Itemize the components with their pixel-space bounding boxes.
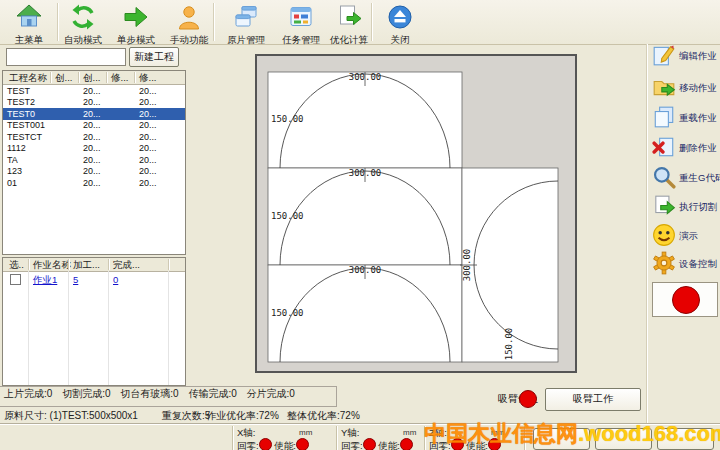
auto-mode-button[interactable]: 自动模式 — [55, 2, 111, 43]
main-menu-button[interactable]: 主菜单 — [1, 2, 57, 43]
eject-icon — [387, 4, 413, 30]
dim-height-label: 150.00 — [504, 328, 514, 361]
document-arrow-icon — [336, 4, 362, 30]
axis-home-label: 回零: — [237, 440, 259, 450]
axis-enable-label: 使能: — [378, 440, 400, 450]
sidebar-divider — [646, 44, 648, 450]
axis-unit-label: mm — [403, 428, 416, 437]
sidebar-device-control-button[interactable]: 设备控制 — [652, 249, 720, 279]
col-header: 修... — [111, 72, 128, 85]
toolbar-label: 优化计算 — [321, 34, 377, 47]
close-button[interactable]: 关闭 — [372, 2, 428, 43]
sidebar-label: 删除作业 — [679, 142, 717, 155]
material-status-bar: 原料尺寸: (1)TEST:500x500x1 重复次数:5 作业优化率:72%… — [0, 406, 720, 424]
axis-enable-label: 使能: — [274, 440, 296, 450]
project-row-selected[interactable]: TEST020...20... — [3, 108, 185, 120]
project-row[interactable]: TESTCT20...20... — [3, 131, 185, 143]
control-button-3[interactable] — [657, 428, 714, 450]
sheet-manage-button[interactable]: 原片管理 — [218, 2, 274, 43]
toolbar-label: 主菜单 — [1, 34, 57, 47]
col-header: 修... — [139, 72, 156, 85]
step-mode-icon — [123, 4, 149, 30]
document-arrow-icon — [652, 194, 676, 218]
dim-width-label: 300.00 — [462, 249, 472, 282]
step-mode-button[interactable]: 单步模式 — [108, 2, 164, 43]
home-icon — [16, 4, 42, 30]
project-row[interactable]: TEST00120...20... — [3, 120, 185, 132]
y-axis-status: Y轴: mm 回零: 使能: — [341, 426, 437, 450]
sidebar-delete-job-button[interactable]: 删除作业 — [652, 133, 720, 163]
z-axis-status: Z轴: mm 回零: 使能: — [429, 426, 525, 450]
job-table: 选.. 作业名称 加工... 完成... 作业1 5 0 — [2, 257, 186, 386]
status-item: 切割完成:0 — [62, 388, 110, 399]
job-row: 作业1 5 0 — [3, 273, 185, 286]
col-header: 完成... — [113, 259, 140, 272]
machine-status-panel — [652, 282, 718, 317]
y-home-indicator — [363, 438, 376, 450]
sidebar-label: 执行切割 — [679, 201, 717, 214]
x-axis-status: X轴: mm 回零: 使能: — [237, 426, 333, 450]
toolbar-label: 关闭 — [372, 34, 428, 47]
project-name-input[interactable] — [6, 48, 126, 66]
x-enable-indicator — [296, 438, 309, 450]
toolbar-label: 手动功能 — [161, 34, 217, 47]
copy-documents-icon — [652, 105, 676, 129]
dim-height-label: 150.00 — [271, 114, 304, 124]
project-row[interactable]: 0120...20... — [3, 177, 185, 189]
project-row[interactable]: TEST220...20... — [3, 97, 185, 109]
manual-function-button[interactable]: 手动功能 — [161, 2, 217, 43]
optimize-calc-button[interactable]: 优化计算 — [321, 2, 377, 43]
axis-status-bar: X轴: mm 回零: 使能: Y轴: mm 回零: 使能: Z轴: mm 回零:… — [0, 424, 720, 450]
dim-height-label: 150.00 — [271, 308, 304, 318]
project-row[interactable]: 12320...20... — [3, 166, 185, 178]
job-done-link[interactable]: 0 — [113, 274, 118, 285]
col-header: 创... — [55, 72, 72, 85]
status-item: 分片完成:0 — [247, 388, 295, 399]
sidebar-label: 移动作业 — [679, 82, 717, 95]
smiley-icon — [652, 223, 676, 247]
control-button-2[interactable] — [595, 428, 652, 450]
toolbar-label: 单步模式 — [108, 34, 164, 47]
new-project-button[interactable]: 新建工程 — [129, 47, 179, 67]
job-table-header: 选.. 作业名称 加工... 完成... — [3, 258, 185, 272]
person-icon — [176, 4, 202, 30]
dim-width-label: 300.00 — [349, 265, 382, 275]
dim-width-label: 300.00 — [349, 72, 382, 82]
job-name-link[interactable]: 作业1 — [33, 274, 57, 287]
col-header: 创... — [83, 72, 100, 85]
status-item: 切台有玻璃:0 — [120, 388, 178, 399]
col-header: 选.. — [9, 259, 24, 272]
application-window: 主菜单 自动模式 单步模式 手动功能 原片管理 — [0, 0, 720, 450]
folder-arrow-icon — [652, 75, 676, 99]
project-row[interactable]: TEST20...20... — [3, 85, 185, 97]
process-status-bar: 上片完成:0 切割完成:0 切台有玻璃:0 传输完成:0 分片完成:0 — [0, 386, 337, 407]
col-header: 作业名称 — [33, 259, 71, 272]
axis-unit-label: mm — [299, 428, 312, 437]
sidebar-label: 演示 — [679, 230, 698, 243]
job-opt-rate-label: 作业优化率:72% — [206, 409, 279, 423]
main-toolbar: 主菜单 自动模式 单步模式 手动功能 原片管理 — [0, 0, 720, 45]
machine-status-indicator — [672, 286, 700, 314]
sidebar-move-job-button[interactable]: 移动作业 — [652, 73, 720, 103]
sidebar-execute-cut-button[interactable]: 执行切割 — [652, 192, 720, 222]
repeat-count-label: 重复次数:5 — [162, 409, 210, 423]
sidebar-demo-button[interactable]: 演示 — [652, 221, 720, 251]
sidebar-reload-job-button[interactable]: 重载作业 — [652, 103, 720, 133]
job-checkbox[interactable] — [10, 274, 21, 285]
edit-pencil-icon — [652, 43, 676, 67]
auto-mode-icon — [70, 4, 96, 30]
dim-height-label: 150.00 — [271, 211, 304, 221]
project-table-header: 工程名称 创... 创... 修... 修... — [3, 71, 185, 85]
project-row[interactable]: TA20...20... — [3, 154, 185, 166]
gear-icon — [652, 251, 676, 275]
z-home-indicator — [451, 438, 464, 450]
project-row[interactable]: 111220...20... — [3, 143, 185, 155]
control-button-1[interactable] — [533, 428, 590, 450]
status-item: 上片完成:0 — [4, 388, 52, 399]
sidebar-edit-job-button[interactable]: 编辑作业 — [652, 41, 720, 71]
x-home-indicator — [259, 438, 272, 450]
job-processed-link[interactable]: 5 — [73, 274, 78, 285]
sidebar-regen-gcode-button[interactable]: 重生G代码 — [652, 163, 720, 193]
delete-x-icon — [652, 135, 676, 159]
sidebar-label: 重载作业 — [679, 112, 717, 125]
